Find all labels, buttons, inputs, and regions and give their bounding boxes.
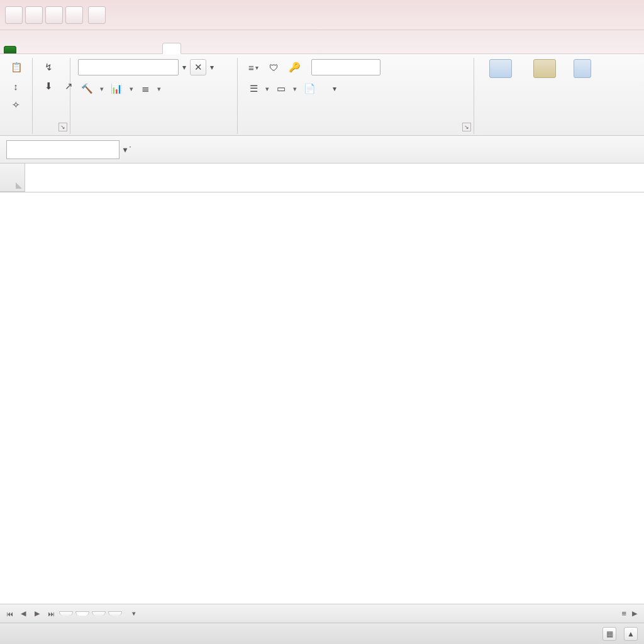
sheet-nav-prev-icon[interactable]: ◀ <box>18 608 29 619</box>
qat-undo-button[interactable] <box>88 6 106 24</box>
sheet-tab-bar: ⏮ ◀ ▶ ⏭ ▾ ≡ ▶ <box>0 604 644 623</box>
key-icon[interactable]: 🔑 <box>286 59 304 75</box>
spreadsheet-grid[interactable] <box>0 164 644 604</box>
clip-icon-3[interactable]: ✧ <box>8 97 24 113</box>
ribbon-tab-4[interactable] <box>122 45 125 53</box>
sheet-tab-0[interactable] <box>59 611 73 616</box>
qat-new-button[interactable] <box>5 6 23 24</box>
scroll-up-icon[interactable]: ▲ <box>624 627 638 641</box>
column-headers <box>0 164 644 192</box>
refresh-icon <box>574 59 591 78</box>
ribbon-group-mini: ↯ ⬇ ↗ ↘ <box>36 58 70 134</box>
name-box[interactable]: ▾ ˙ <box>6 140 119 159</box>
big-button-2[interactable] <box>570 59 595 80</box>
ribbon-group-clipboard: 📋 ↕ ✧ <box>4 58 33 134</box>
border-icon[interactable]: ▭ <box>273 80 289 97</box>
select-all-corner[interactable] <box>0 164 25 192</box>
clear-name-button[interactable]: ✕ <box>190 59 206 75</box>
formula-bar: ▾ ˙ <box>0 136 644 164</box>
sheet-tab-2[interactable] <box>92 611 106 616</box>
doc-icon[interactable]: 📄 <box>301 80 319 97</box>
ribbon-tab-6[interactable] <box>162 43 181 54</box>
shield-icon[interactable]: 🛡 <box>265 59 282 75</box>
sheet-nav-next-icon[interactable]: ▶ <box>31 608 43 619</box>
qat-save-button[interactable] <box>25 6 43 24</box>
arrow-down-icon[interactable]: ⬇ <box>40 78 57 94</box>
tool-icon-chart[interactable]: 📊 <box>108 80 126 97</box>
name-box-dropdown-icon[interactable]: ▾ ˙ <box>123 145 131 154</box>
ribbon-group-tecanor <box>478 58 640 134</box>
sheet-tab-1[interactable] <box>75 611 89 616</box>
ribbon-panel: 📋 ↕ ✧ ↯ ⬇ ↗ ↘ ▾ ✕ ▾ 🔨 ▾ 📊 ▾ ≣ ▾ <box>0 54 644 136</box>
row-headers <box>0 192 25 604</box>
number-input[interactable] <box>311 59 380 75</box>
list-icon[interactable]: ☰ <box>245 80 262 97</box>
ribbon-group-sale: ≡ 🛡 🔑 ☰ ▾ ▭ ▾ 📄 ▾ ↘ <box>242 58 474 134</box>
cells-area[interactable] <box>25 192 644 604</box>
sheet-scroll-right-icon[interactable]: ▶ <box>629 608 640 619</box>
big-button-0[interactable] <box>482 59 519 80</box>
ribbon-tab-0[interactable] <box>42 45 44 53</box>
name-manager-input[interactable] <box>78 59 179 75</box>
clipboard-plus-icon <box>533 59 556 78</box>
sheet-dropdown-icon[interactable]: ▾ <box>128 608 140 619</box>
tab-file[interactable] <box>4 46 16 53</box>
sheet-hscroll-icon[interactable]: ≡ <box>621 609 626 618</box>
big-button-1[interactable] <box>526 59 564 80</box>
bold-icon[interactable]: ↯ <box>40 59 57 75</box>
view-normal-icon[interactable]: ▦ <box>602 627 616 641</box>
tool-icon-hammer[interactable]: 🔨 <box>78 80 96 97</box>
ribbon-tab-1[interactable] <box>62 45 64 53</box>
align-left-icon[interactable]: ≡ <box>245 59 262 75</box>
ribbon-tab-7[interactable] <box>199 45 201 53</box>
clip-icon-2[interactable]: ↕ <box>8 78 24 94</box>
ribbon-tab-3[interactable] <box>102 45 104 53</box>
ribbon-tab-5[interactable] <box>142 45 145 53</box>
monitor-icon <box>489 59 512 78</box>
tool-icon-align[interactable]: ≣ <box>137 80 153 97</box>
ribbon-tabs <box>0 30 644 54</box>
ribbon-group-low: ▾ ✕ ▾ 🔨 ▾ 📊 ▾ ≣ ▾ <box>74 58 238 134</box>
sheet-tab-3[interactable] <box>108 611 122 616</box>
sheet-nav-last-icon[interactable]: ⏭ <box>45 608 57 619</box>
ribbon-tab-2[interactable] <box>82 45 84 53</box>
titlebar <box>0 0 644 30</box>
quick-access-toolbar <box>5 6 106 24</box>
dialog-launcher-le[interactable]: ↘ <box>58 123 67 131</box>
dialog-launcher-sale[interactable]: ↘ <box>462 123 471 131</box>
status-bar: ▦ ▲ <box>0 623 644 644</box>
sheet-nav-first-icon[interactable]: ⏮ <box>4 608 15 619</box>
paste-icon[interactable]: 📋 <box>8 59 26 75</box>
qat-table-button[interactable] <box>45 6 63 24</box>
qat-delete-button[interactable] <box>65 6 83 24</box>
